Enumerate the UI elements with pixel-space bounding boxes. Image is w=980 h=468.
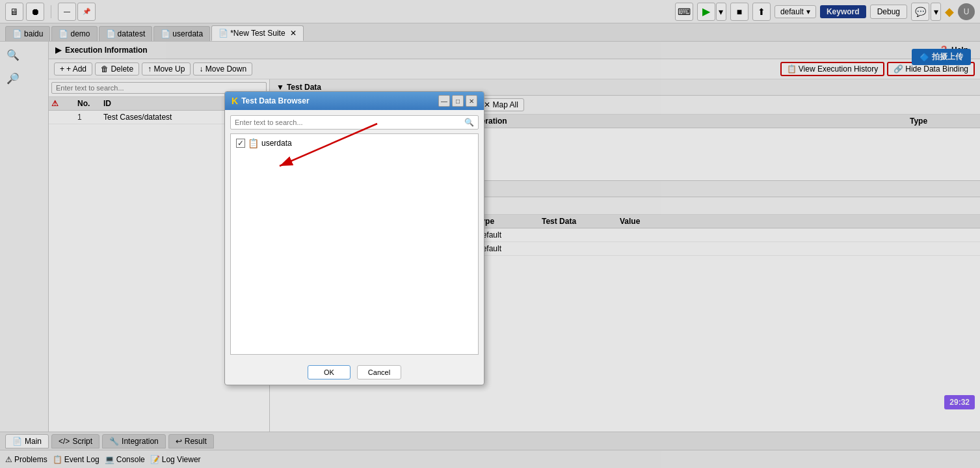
modal-cancel-button[interactable]: Cancel <box>357 365 401 379</box>
modal-restore-btn[interactable]: □ <box>452 95 464 107</box>
modal-title-text: Test Data Browser <box>241 96 309 105</box>
modal-footer: OK Cancel <box>225 360 484 385</box>
modal-body: 🔍 ✓ 📋 userdata <box>225 110 484 360</box>
modal-controls: — □ ✕ <box>438 95 477 107</box>
modal-overlay: K Test Data Browser — □ ✕ 🔍 ✓ 📋 userdata <box>0 0 980 468</box>
userdata-label: userdata <box>261 139 292 148</box>
file-icon: 📋 <box>248 138 259 148</box>
tree-item-userdata[interactable]: ✓ 📋 userdata <box>233 137 475 150</box>
modal-search-icon: 🔍 <box>460 116 478 129</box>
modal-search-row: 🔍 <box>230 115 479 130</box>
modal-search-input[interactable] <box>231 117 460 128</box>
modal-titlebar: K Test Data Browser — □ ✕ <box>225 92 484 110</box>
modal-tree: ✓ 📋 userdata <box>230 133 479 355</box>
modal-ok-button[interactable]: OK <box>308 365 351 379</box>
modal-close-btn[interactable]: ✕ <box>466 95 477 107</box>
userdata-checkbox[interactable]: ✓ <box>236 139 245 148</box>
test-data-browser-dialog: K Test Data Browser — □ ✕ 🔍 ✓ 📋 userdata <box>224 91 484 385</box>
modal-logo-icon: K <box>232 96 238 106</box>
modal-minimize-btn[interactable]: — <box>438 95 450 107</box>
modal-title: K Test Data Browser <box>232 96 310 106</box>
